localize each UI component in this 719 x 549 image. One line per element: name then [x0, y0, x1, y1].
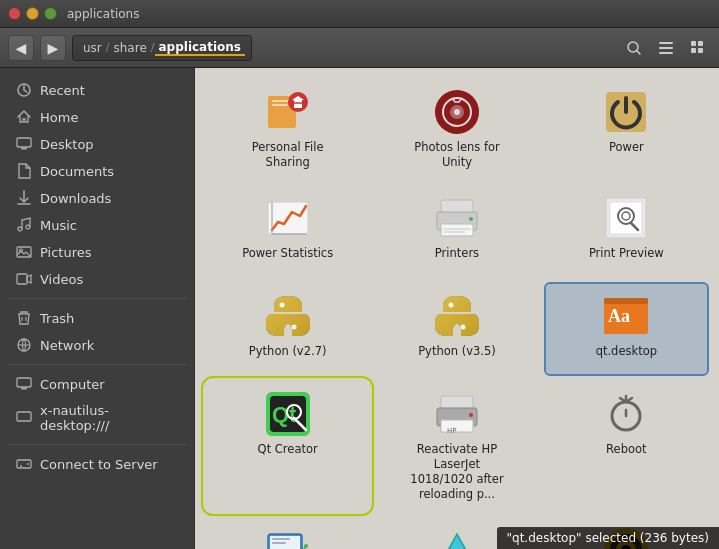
documents-icon — [16, 163, 32, 179]
python27-icon — [264, 292, 312, 340]
svg-point-69 — [469, 413, 473, 417]
sidebar-item-pictures[interactable]: Pictures — [4, 239, 190, 265]
sidebar: Recent Home Desktop — [0, 68, 195, 549]
titlebar-buttons — [8, 7, 57, 20]
sidebar-item-home[interactable]: Home — [4, 104, 190, 130]
pictures-icon — [16, 244, 32, 260]
svg-rect-3 — [659, 47, 673, 49]
app-item-qt-desktop[interactable]: Aa qt.desktop — [546, 284, 707, 374]
sidebar-sep-1 — [8, 298, 186, 299]
svg-text:!: ! — [454, 546, 460, 549]
sidebar-label-home: Home — [40, 110, 78, 125]
svg-rect-47 — [443, 228, 471, 230]
app-label-printers: Printers — [435, 246, 479, 261]
app-item-qt-creator[interactable]: Qt Qt Creator — [207, 382, 368, 510]
app-item-remmina[interactable]: Remmina — [207, 518, 368, 549]
app-item-python27[interactable]: Python (v2.7) — [207, 284, 368, 374]
sidebar-label-trash: Trash — [40, 311, 74, 326]
connect-server-icon — [16, 456, 32, 472]
search-button[interactable] — [621, 35, 647, 61]
app-item-photos-lens-unity[interactable]: Photos lens for Unity — [376, 80, 537, 178]
list-view-button[interactable] — [653, 35, 679, 61]
sidebar-item-connect-server[interactable]: Connect to Server — [4, 451, 190, 477]
sidebar-label-xnautilus: x-nautilus-desktop:/// — [40, 403, 178, 433]
app-item-reboot[interactable]: Reboot — [546, 382, 707, 510]
maximize-button[interactable] — [44, 7, 57, 20]
svg-point-16 — [26, 225, 30, 229]
xnautilus-icon — [16, 410, 32, 426]
sidebar-label-downloads: Downloads — [40, 191, 111, 206]
personal-file-sharing-icon — [264, 88, 312, 136]
app-label-qt-desktop: qt.desktop — [596, 344, 657, 359]
svg-rect-2 — [659, 42, 673, 44]
app-label-qt-creator: Qt Creator — [258, 442, 318, 457]
recent-icon — [16, 82, 32, 98]
qt-creator-icon: Qt — [264, 390, 312, 438]
sidebar-item-videos[interactable]: Videos — [4, 266, 190, 292]
svg-rect-7 — [691, 48, 696, 53]
sidebar-item-music[interactable]: Music — [4, 212, 190, 238]
app-grid: Personal File Sharing Photos lens for Un… — [207, 80, 707, 549]
sidebar-label-music: Music — [40, 218, 77, 233]
sidebar-item-xnautilus[interactable]: x-nautilus-desktop:/// — [4, 398, 190, 438]
app-label-personal-file-sharing: Personal File Sharing — [233, 140, 343, 170]
svg-point-79 — [304, 544, 308, 548]
svg-rect-67 — [441, 420, 473, 432]
sidebar-sep-3 — [8, 444, 186, 445]
main-layout: Recent Home Desktop — [0, 68, 719, 549]
app-item-reactivate-hp[interactable]: HP Reactivate HP LaserJet 1018/1020 afte… — [376, 382, 537, 510]
sidebar-label-network: Network — [40, 338, 94, 353]
svg-rect-6 — [698, 41, 703, 46]
home-icon — [16, 109, 32, 125]
sidebar-label-desktop: Desktop — [40, 137, 94, 152]
videos-icon — [16, 271, 32, 287]
sidebar-item-downloads[interactable]: Downloads — [4, 185, 190, 211]
print-preview-icon — [602, 194, 650, 242]
toolbar: ◀ ▶ usr / share / applications — [0, 28, 719, 68]
svg-rect-60 — [604, 298, 648, 304]
svg-rect-24 — [17, 378, 31, 387]
sidebar-item-computer[interactable]: Computer — [4, 371, 190, 397]
reactivate-hp-icon: HP — [433, 390, 481, 438]
app-item-printers[interactable]: Printers — [376, 186, 537, 276]
app-item-power[interactable]: Power — [546, 80, 707, 178]
statusbar: "qt.desktop" selected (236 bytes) — [497, 527, 719, 549]
trash-icon — [16, 310, 32, 326]
app-label-photos-lens-unity: Photos lens for Unity — [402, 140, 512, 170]
app-label-reboot: Reboot — [606, 442, 646, 457]
sidebar-label-connect-server: Connect to Server — [40, 457, 158, 472]
sidebar-item-network[interactable]: Network — [4, 332, 190, 358]
app-item-power-statistics[interactable]: Power Statistics — [207, 186, 368, 276]
app-item-python35[interactable]: Python (v3.5) — [376, 284, 537, 374]
sidebar-label-computer: Computer — [40, 377, 105, 392]
music-icon — [16, 217, 32, 233]
breadcrumb-share[interactable]: share — [110, 41, 151, 55]
sidebar-item-trash[interactable]: Trash — [4, 305, 190, 331]
sidebar-item-desktop[interactable]: Desktop — [4, 131, 190, 157]
app-label-python35: Python (v3.5) — [418, 344, 496, 359]
svg-point-15 — [18, 227, 22, 231]
app-label-power: Power — [609, 140, 644, 155]
sidebar-label-recent: Recent — [40, 83, 85, 98]
sidebar-item-documents[interactable]: Documents — [4, 158, 190, 184]
svg-point-56 — [448, 302, 453, 307]
close-button[interactable] — [8, 7, 21, 20]
desktop-icon — [16, 136, 32, 152]
svg-text:HP: HP — [447, 427, 457, 435]
app-label-power-statistics: Power Statistics — [242, 246, 333, 261]
app-label-reactivate-hp: Reactivate HP LaserJet 1018/1020 after r… — [402, 442, 512, 502]
sidebar-item-recent[interactable]: Recent — [4, 77, 190, 103]
svg-rect-81 — [272, 542, 286, 544]
app-item-personal-file-sharing[interactable]: Personal File Sharing — [207, 80, 368, 178]
minimize-button[interactable] — [26, 7, 39, 20]
app-item-print-preview[interactable]: Print Preview — [546, 186, 707, 276]
forward-button[interactable]: ▶ — [40, 35, 66, 61]
back-button[interactable]: ◀ — [8, 35, 34, 61]
power-icon — [602, 88, 650, 136]
breadcrumb-applications[interactable]: applications — [155, 40, 246, 56]
svg-rect-25 — [21, 388, 27, 390]
grid-view-button[interactable] — [685, 35, 711, 61]
breadcrumb-usr[interactable]: usr — [79, 41, 106, 55]
sidebar-label-pictures: Pictures — [40, 245, 91, 260]
svg-rect-27 — [17, 412, 31, 421]
